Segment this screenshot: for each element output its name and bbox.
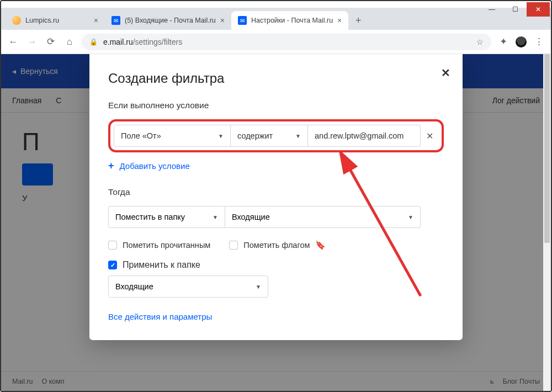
nav-back-icon[interactable]: ←	[7, 36, 20, 47]
modal-title: Создание фильтра	[108, 71, 444, 86]
select-value: Входящие	[232, 213, 270, 221]
page-viewport: ◂ Вернуться Главная С Лог действий П У M…	[1, 54, 551, 391]
url-input[interactable]: 🔒 e.mail.ru/settings/filters ☆	[82, 34, 491, 50]
checkbox-checked-icon	[108, 261, 117, 269]
chevron-down-icon: ▼	[256, 284, 261, 290]
nav-forward-icon[interactable]: →	[25, 36, 39, 47]
select-value: содержит	[237, 131, 273, 140]
condition-remove-button[interactable]: ✕	[421, 125, 438, 147]
browser-tab-0[interactable]: Lumpics.ru ×	[6, 11, 105, 30]
modal-close-button[interactable]: ✕	[441, 66, 450, 80]
url-text: e.mail.ru/settings/filters	[103, 38, 471, 46]
chevron-down-icon: ▼	[218, 133, 224, 139]
modal-overlay[interactable]: ✕ Создание фильтра Если выполнено услови…	[1, 54, 551, 391]
tab-close-icon[interactable]: ×	[94, 16, 98, 25]
add-condition-button[interactable]: + Добавить условие	[108, 160, 444, 172]
new-tab-button[interactable]: +	[351, 13, 366, 28]
nav-home-icon[interactable]: ⌂	[63, 36, 76, 47]
select-value: Поместить в папку	[115, 213, 185, 221]
chevron-down-icon: ▼	[295, 133, 301, 139]
all-actions-link[interactable]: Все действия и параметры	[108, 312, 444, 321]
window-titlebar	[1, 1, 551, 8]
flag-icon: 🔖	[315, 240, 326, 250]
tab-strip: Lumpics.ru × (5) Входящие - Почта Mail.r…	[1, 8, 551, 30]
lock-icon: 🔒	[89, 38, 98, 46]
window-minimize[interactable]: —	[480, 2, 503, 17]
input-value: and.rew.lptw@gmail.com	[315, 131, 404, 140]
action-checks: Пометить прочитанным Пометить флагом 🔖	[108, 240, 444, 250]
browser-tab-1[interactable]: (5) Входящие - Почта Mail.ru ×	[105, 11, 231, 30]
check-mark-flag[interactable]: Пометить флагом 🔖	[229, 240, 326, 250]
action-select[interactable]: Поместить в папку ▼	[108, 206, 225, 228]
apply-folder-select[interactable]: Входящие ▼	[108, 276, 268, 298]
add-condition-label: Добавить условие	[120, 161, 190, 171]
window-close[interactable]: ✕	[527, 2, 550, 17]
plus-icon: +	[108, 160, 114, 172]
condition-field-select[interactable]: Поле «От» ▼	[114, 125, 231, 147]
extensions-icon[interactable]: ✦	[497, 36, 510, 47]
chevron-down-icon: ▼	[408, 214, 413, 220]
action-row: Поместить в папку ▼ Входящие ▼	[108, 206, 421, 228]
check-label: Пометить прочитанным	[123, 241, 210, 250]
chevron-down-icon: ▼	[213, 214, 218, 220]
checkbox-icon	[108, 241, 117, 250]
check-label: Применить к папке	[123, 260, 200, 270]
scrollbar-thumb[interactable]	[544, 54, 550, 243]
check-apply-folder[interactable]: Применить к папке	[108, 260, 444, 270]
window-maximize[interactable]: ☐	[503, 2, 527, 17]
browser-tab-2[interactable]: Настройки - Почта Mail.ru ×	[231, 11, 348, 30]
condition-row: Поле «От» ▼ содержит ▼ and.rew.lptw@gmai…	[108, 119, 444, 152]
tab-title: (5) Входящие - Почта Mail.ru	[125, 17, 216, 24]
checkbox-icon	[229, 241, 238, 250]
profile-avatar[interactable]	[516, 36, 527, 47]
url-path: /settings/filters	[133, 38, 182, 46]
favicon-icon	[112, 16, 120, 25]
favicon-icon	[12, 16, 21, 25]
tab-close-icon[interactable]: ×	[337, 16, 342, 25]
check-mark-read[interactable]: Пометить прочитанным	[108, 241, 210, 250]
tab-close-icon[interactable]: ×	[220, 16, 225, 25]
select-value: Поле «От»	[121, 131, 161, 140]
address-bar: ← → ⟳ ⌂ 🔒 e.mail.ru/settings/filters ☆ ✦…	[1, 30, 551, 54]
create-filter-modal: ✕ Создание фильтра Если выполнено услови…	[89, 54, 463, 340]
select-value: Входящие	[115, 282, 153, 291]
favicon-icon	[238, 16, 247, 25]
then-header: Тогда	[108, 187, 444, 197]
tab-title: Настройки - Почта Mail.ru	[251, 17, 333, 24]
url-host: e.mail.ru	[103, 38, 133, 46]
condition-value-input[interactable]: and.rew.lptw@gmail.com	[308, 125, 421, 147]
nav-reload-icon[interactable]: ⟳	[44, 36, 57, 47]
browser-menu-icon[interactable]: ⋮	[532, 36, 545, 47]
tab-title: Lumpics.ru	[25, 17, 89, 24]
condition-operator-select[interactable]: содержит ▼	[231, 125, 308, 147]
check-label: Пометить флагом	[243, 241, 310, 250]
bookmark-star-icon[interactable]: ☆	[476, 38, 484, 46]
condition-header: Если выполнено условие	[108, 100, 444, 110]
action-folder-select[interactable]: Входящие ▼	[225, 206, 421, 228]
page-scrollbar[interactable]	[543, 54, 551, 391]
